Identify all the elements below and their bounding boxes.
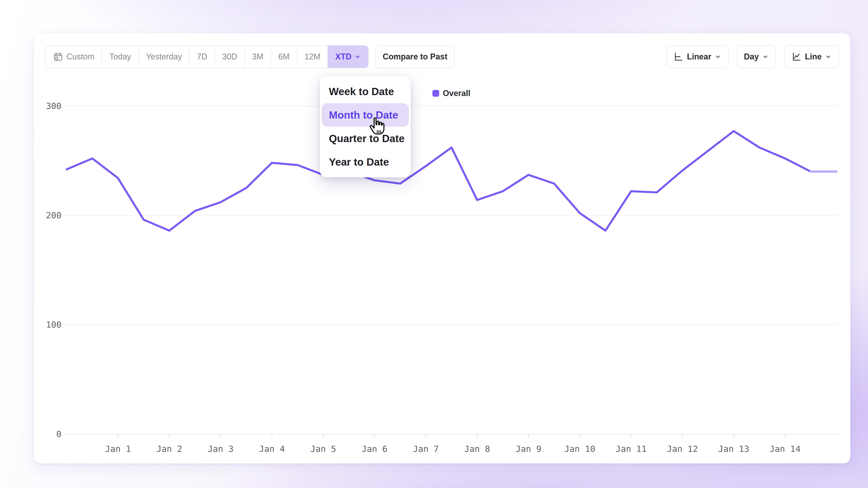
series-line-overall: [67, 131, 811, 231]
x-tick-label: Jan 12: [667, 444, 698, 454]
chart-settings-group: Linear Day Line: [666, 45, 839, 68]
y-tick-label: 200: [46, 210, 61, 220]
menu-item-year-to-date[interactable]: Year to Date: [322, 150, 409, 174]
legend-swatch: [432, 90, 439, 97]
x-tick-label: Jan 4: [259, 444, 285, 454]
chevron-down-icon: [715, 53, 721, 60]
date-range-label: Custom: [66, 52, 94, 61]
line-chart-icon: [792, 52, 802, 62]
y-tick-label: 0: [56, 429, 61, 439]
x-tick-label: Jan 1: [105, 444, 131, 454]
date-range-xtd[interactable]: XTD: [328, 46, 368, 68]
date-range-12m[interactable]: 12M: [297, 46, 328, 68]
x-tick-label: Jan 7: [413, 444, 439, 454]
page: { "toolbar": { "date_ranges": [ { "label…: [0, 0, 868, 488]
date-range-7d[interactable]: 7D: [189, 46, 215, 68]
x-tick-label: Jan 8: [464, 444, 490, 454]
chevron-down-icon: [825, 53, 832, 60]
x-tick-label: Jan 2: [156, 444, 182, 454]
menu-item-quarter-to-date[interactable]: Quarter to Date: [322, 127, 409, 150]
y-tick-label: 100: [46, 320, 61, 330]
x-tick-label: Jan 11: [616, 444, 647, 454]
date-range-custom[interactable]: Custom: [46, 46, 102, 68]
toolbar-spacer: [455, 45, 666, 68]
date-range-control: Custom Today Yesterday 7D 30D 3M 6M 12M …: [45, 45, 369, 68]
date-range-30d[interactable]: 30D: [215, 46, 244, 68]
x-tick-label: Jan 5: [310, 444, 336, 454]
legend-series-overall[interactable]: Overall: [443, 89, 470, 98]
toolbar: Custom Today Yesterday 7D 30D 3M 6M 12M …: [45, 45, 839, 68]
chevron-down-icon: [762, 53, 769, 60]
scale-selector-button[interactable]: Linear: [666, 45, 728, 68]
legend: Overall: [432, 89, 470, 98]
x-tick-label: Jan 6: [362, 444, 388, 454]
x-tick-label: Jan 13: [718, 444, 749, 454]
date-range-today[interactable]: Today: [102, 46, 138, 68]
menu-item-week-to-date[interactable]: Week to Date: [322, 80, 409, 103]
x-tick-label: Jan 10: [564, 444, 595, 454]
linear-scale-icon: [673, 52, 684, 62]
date-range-3m[interactable]: 3M: [244, 46, 271, 68]
y-tick-label: 300: [46, 101, 61, 111]
compare-to-past-button[interactable]: Compare to Past: [375, 45, 455, 68]
menu-item-month-to-date[interactable]: Month to Date: [322, 103, 409, 127]
chevron-down-icon: [354, 53, 361, 60]
interval-selector-button[interactable]: Day: [737, 45, 776, 68]
xtd-dropdown-menu: Week to Date Month to Date Quarter to Da…: [320, 76, 411, 177]
date-range-6m[interactable]: 6M: [271, 46, 297, 68]
chart-type-selector-button[interactable]: Line: [784, 45, 839, 68]
pointer-cursor-icon: [368, 118, 385, 137]
calendar-icon: [53, 52, 63, 62]
x-tick-label: Jan 14: [770, 444, 800, 454]
x-tick-label: Jan 9: [516, 444, 541, 454]
x-tick-label: Jan 3: [208, 444, 234, 454]
chart-canvas[interactable]: 0100200300Jan 1Jan 2Jan 3Jan 4Jan 5Jan 6…: [0, 0, 868, 488]
date-range-yesterday[interactable]: Yesterday: [138, 46, 189, 68]
